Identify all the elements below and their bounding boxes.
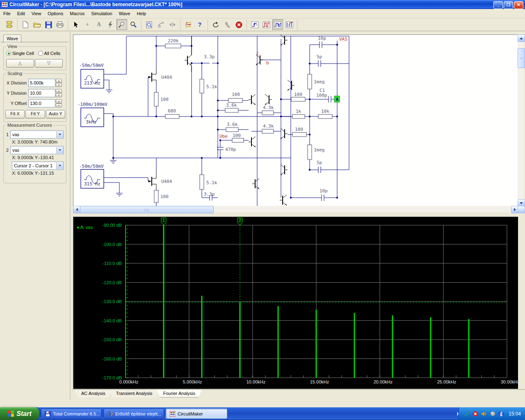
circuit-label: 3kHz bbox=[86, 119, 97, 125]
cursor-delta-select[interactable]: Cursor 2 - Cursor 1 bbox=[12, 162, 64, 170]
jfet-symbol bbox=[148, 69, 156, 85]
bluetooth-tray-icon[interactable] bbox=[498, 411, 504, 417]
circuit-label: 220k bbox=[168, 38, 179, 43]
lightning-icon bbox=[108, 21, 113, 28]
circuit-label: 5p bbox=[317, 160, 322, 165]
fit-y-button[interactable]: Fit Y bbox=[25, 110, 45, 119]
fit-x-button[interactable]: Fit X bbox=[5, 110, 25, 119]
open-file-button[interactable] bbox=[32, 19, 42, 30]
y-division-input[interactable] bbox=[28, 89, 55, 97]
zoom-tool-button[interactable] bbox=[128, 19, 139, 30]
digital-step-icon bbox=[251, 21, 259, 28]
dropdown-button[interactable] bbox=[56, 147, 63, 153]
x-tick-label: 20.00kHz bbox=[374, 379, 393, 384]
y-offset-spinner[interactable]: ▲▼ bbox=[56, 99, 62, 107]
x-division-spinner[interactable]: ▲▼ bbox=[56, 79, 62, 87]
parts-browser-button[interactable] bbox=[4, 19, 15, 30]
radio-dot-icon bbox=[6, 51, 11, 56]
y-tick-label: -130.0 dB bbox=[102, 299, 122, 304]
menu-simulation[interactable]: Simulation bbox=[88, 10, 115, 17]
menu-options[interactable]: Options bbox=[44, 10, 66, 17]
menu-view[interactable]: View bbox=[28, 10, 45, 17]
edit-wires-button[interactable] bbox=[183, 19, 194, 30]
rotate-button[interactable] bbox=[155, 19, 166, 30]
new-file-button[interactable] bbox=[20, 19, 31, 30]
dropdown-button[interactable] bbox=[56, 131, 63, 138]
zoom-document-button[interactable] bbox=[144, 19, 155, 30]
delete-tool-button[interactable] bbox=[105, 19, 116, 30]
circuit-label: 10k bbox=[321, 109, 329, 114]
ac-analysis-icon bbox=[262, 21, 270, 28]
scroll-left-button[interactable] bbox=[73, 206, 80, 213]
tablet-tray-icon[interactable] bbox=[464, 411, 470, 417]
mirror-button[interactable] bbox=[167, 19, 178, 30]
fourier-analysis-button[interactable] bbox=[284, 19, 294, 30]
y-offset-input[interactable] bbox=[28, 99, 55, 107]
options-wrench-button[interactable] bbox=[222, 19, 233, 30]
cursor2-signal-select[interactable]: vas bbox=[10, 146, 64, 154]
print-button[interactable] bbox=[55, 19, 65, 30]
task-label: Erősítő építése elejét... bbox=[115, 411, 162, 416]
security-shield-tray-icon[interactable] bbox=[472, 411, 479, 417]
reset-button[interactable] bbox=[210, 19, 221, 30]
horizontal-scrollbar-thumb[interactable]: |||| bbox=[80, 206, 214, 213]
y-division-label: Y Division bbox=[5, 91, 28, 96]
circuit-label: 100 bbox=[160, 194, 169, 199]
circuit-label: 3.3p bbox=[204, 192, 215, 197]
tab-ac-analysis[interactable]: AC Analysis bbox=[75, 390, 112, 397]
radio-all-cells[interactable]: All Cells bbox=[38, 51, 61, 56]
transient-analysis-button[interactable] bbox=[272, 19, 283, 30]
fourier-plot[interactable]: -90.00 dB-100.0 dB-110.0 dB-120.0 dB-130… bbox=[73, 217, 518, 389]
help-button[interactable]: ? bbox=[194, 19, 205, 30]
menu-macros[interactable]: Macros bbox=[66, 10, 88, 17]
menu-edit[interactable]: Edit bbox=[14, 10, 28, 17]
tab-transient-analysis[interactable]: Transient Analysis bbox=[110, 390, 159, 397]
taskbar: Start Total Commander 6.5... Erősítő épí… bbox=[0, 407, 525, 420]
taskbar-item-circuitmaker[interactable]: CircuitMaker bbox=[166, 409, 227, 419]
save-file-button[interactable] bbox=[43, 19, 54, 30]
tab-wave[interactable]: Wave bbox=[3, 34, 21, 43]
vertical-scrollbar-thumb[interactable]: ≡ bbox=[518, 48, 525, 68]
chevron-down-icon bbox=[59, 134, 61, 135]
digital-step-button[interactable] bbox=[249, 19, 260, 30]
toolbar: + A bbox=[0, 18, 525, 31]
arrow-tool-button[interactable] bbox=[71, 19, 81, 30]
ac-analysis-button[interactable] bbox=[261, 19, 272, 30]
next-cell-button[interactable]: ▽ bbox=[35, 59, 63, 68]
menu-wave[interactable]: Wave bbox=[116, 10, 134, 17]
radio-single-cell[interactable]: Single Cell bbox=[6, 51, 34, 56]
text-tool-button[interactable]: A bbox=[94, 19, 104, 30]
circuit-canvas[interactable]: 220k-50m/50mV213 HzU4041006803.3p5.1kcbV… bbox=[73, 34, 518, 206]
arrow-cursor-icon bbox=[73, 21, 79, 28]
circuit-label: A bbox=[336, 97, 338, 102]
circuit-label: 5.1k bbox=[206, 180, 217, 185]
close-button[interactable]: ✕ bbox=[514, 1, 523, 9]
auto-y-button[interactable]: Auto Y bbox=[46, 110, 65, 119]
scroll-up-button[interactable] bbox=[518, 34, 525, 42]
probe-tool-button[interactable] bbox=[116, 19, 127, 30]
status-ball-tray-icon[interactable] bbox=[490, 411, 496, 417]
start-button[interactable]: Start bbox=[0, 407, 39, 420]
dropdown-button[interactable] bbox=[56, 162, 63, 169]
view-groupbox: View Single Cell All Cells △ ▽ bbox=[3, 46, 66, 70]
cursor1-signal-select[interactable]: vas bbox=[10, 130, 64, 139]
menu-file[interactable]: File bbox=[0, 10, 14, 17]
volume-tray-icon[interactable] bbox=[481, 411, 487, 417]
taskbar-item-total-commander[interactable]: Total Commander 6.5... bbox=[41, 409, 102, 419]
stop-simulation-button[interactable] bbox=[233, 19, 244, 30]
circuit-label: c bbox=[256, 50, 259, 56]
minimize-button[interactable]: _ bbox=[493, 1, 503, 9]
restore-button[interactable]: ❐ bbox=[504, 1, 513, 9]
text-tool-icon: A bbox=[97, 21, 101, 28]
wave-sidebar: Wave View Single Cell All Cells △ ▽ Scal… bbox=[0, 32, 71, 400]
prev-cell-button[interactable]: △ bbox=[6, 59, 34, 68]
menu-help[interactable]: Help bbox=[133, 10, 149, 17]
y-division-spinner[interactable]: ▲▼ bbox=[56, 89, 62, 97]
wire-tool-button[interactable]: + bbox=[82, 19, 93, 30]
print-icon bbox=[56, 21, 64, 28]
circuit-label: 100 bbox=[295, 127, 303, 132]
x-division-input[interactable] bbox=[28, 79, 55, 87]
tab-fourier-analysis[interactable]: Fourier Analysis bbox=[157, 390, 202, 397]
taskbar-item-browser[interactable]: Erősítő építése elejét... bbox=[103, 409, 164, 419]
ground-symbol bbox=[106, 90, 112, 93]
